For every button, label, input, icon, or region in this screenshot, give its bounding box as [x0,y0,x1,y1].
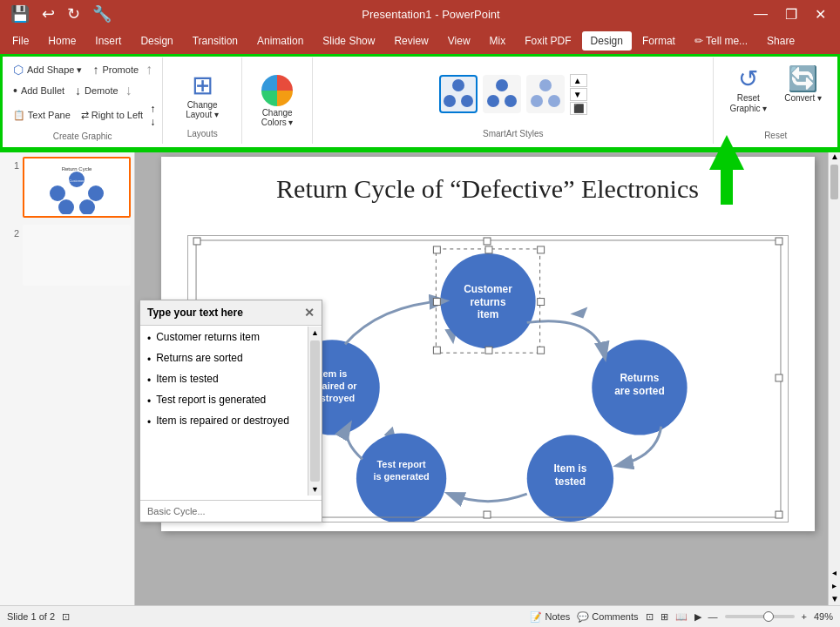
slide-number-1: 1 [3,160,19,171]
close-button[interactable]: ✕ [808,4,833,24]
normal-view-icon[interactable]: ⊡ [646,611,654,623]
menu-insert[interactable]: Insert [86,31,130,51]
bullet-icon: • [147,333,151,345]
svg-rect-50 [775,238,782,245]
bullet-icon: • [147,395,151,408]
svg-point-8 [548,95,560,107]
svg-rect-49 [484,238,491,245]
svg-text:is generated: is generated [373,471,429,482]
ribbon: ⬡ Add Shape ▾ ↑ Promote ↑ • Add Bullet ↓… [0,54,840,150]
svg-point-15 [50,185,65,201]
right-to-left-button[interactable]: ⇄ Right to Left [78,108,146,123]
svg-point-4 [487,95,499,107]
convert-button[interactable]: 🔄 Convert ▾ [779,61,827,118]
bullet-icon: • [147,354,151,366]
menu-animation[interactable]: Animation [248,31,312,51]
menu-slideshow[interactable]: Slide Show [314,31,383,51]
add-bullet-button[interactable]: • Add Bullet [10,82,68,99]
slide-thumb-2[interactable]: 2 [3,225,131,286]
svg-text:Customer: Customer [464,283,512,295]
menu-file[interactable]: File [3,31,37,51]
scroll-up[interactable]: ▲ [308,327,322,339]
slide-show-icon[interactable]: ▶ [694,611,701,623]
text-pane-scrollbar[interactable]: ▲ ▼ [308,327,322,496]
menu-foxitpdf[interactable]: Foxit PDF [516,31,579,51]
svg-point-2 [461,95,473,107]
text-pane-title: Type your text here [147,307,243,319]
menu-tellme[interactable]: ✏ Tell me... [686,31,756,51]
svg-marker-16 [570,307,587,319]
menu-format[interactable]: Format [633,31,684,51]
scroll-up-arrow[interactable]: ▲ [829,150,840,163]
svg-text:Return Cycle: Return Cycle [62,166,92,172]
svg-rect-51 [775,374,782,381]
fit-screen-icon[interactable]: ⊡ [62,611,70,623]
item-text: Customer returns item [156,331,260,343]
svg-point-6 [539,79,552,91]
window-title: Presentation1 - PowerPoint [115,8,747,21]
main-area: Type your text here ✕ • Customer returns… [0,150,840,605]
svg-text:Item is: Item is [553,462,586,475]
smartart-style-3[interactable] [526,75,565,113]
menu-mix[interactable]: Mix [481,31,515,51]
reading-view-icon[interactable]: 📖 [675,611,688,623]
smartart-style-1[interactable] [439,75,478,113]
text-pane-button[interactable]: 📋 Text Pane [10,108,74,123]
svg-text:are sorted: are sorted [614,385,665,397]
customize-icon[interactable]: 🔧 [89,3,115,25]
zoom-out-button[interactable]: — [708,611,718,622]
undo-icon[interactable]: ↩ [38,3,58,25]
redo-icon[interactable]: ↻ [64,3,84,25]
menu-view[interactable]: View [439,31,479,51]
vertical-scrollbar[interactable]: ▲ ◂ ▸ ▼ [828,150,840,605]
change-layout-button[interactable]: ⊞ ChangeLayout ▾ [172,66,233,123]
menu-review[interactable]: Review [385,31,437,51]
slide-thumb-1[interactable]: 1 Return Cycle Customer [3,157,131,218]
zoom-thumb[interactable] [763,611,774,622]
menu-design-active[interactable]: Design [582,31,632,51]
svg-point-5 [505,95,517,107]
svg-rect-53 [484,511,491,518]
add-shape-button[interactable]: ⬡ Add Shape ▾ [10,61,86,78]
slide-sorter-icon[interactable]: ⊞ [660,611,668,623]
svg-rect-45 [485,347,492,354]
slide-preview-2[interactable] [23,225,131,286]
reset-graphic-button[interactable]: ↺ ResetGraphic ▾ [724,61,772,118]
demote-button[interactable]: ↓ Demote [71,82,122,99]
svg-text:returns: returns [470,296,505,308]
zoom-slider[interactable] [725,615,795,618]
slides-panel: 1 Return Cycle Customer 2 [0,150,135,605]
scroll-down[interactable]: ▼ [308,483,322,496]
smartart-style-2[interactable] [483,75,521,113]
scroll-more-btn[interactable]: ◂ [829,566,840,579]
menu-share[interactable]: Share [758,31,803,51]
save-icon[interactable]: 💾 [7,3,33,25]
svg-point-13 [79,199,95,214]
scroll-more-btn2[interactable]: ▸ [829,579,840,592]
slide-preview-1[interactable]: Return Cycle Customer [23,157,131,218]
title-bar-left: 💾 ↩ ↻ 🔧 [7,3,115,25]
change-colors-button[interactable]: ChangeColors ▾ [251,71,303,131]
bullet-icon: • [147,374,151,387]
svg-rect-46 [537,347,544,354]
notes-button[interactable]: 📝 Notes [530,611,570,623]
minimize-button[interactable]: — [747,4,775,24]
promote-button[interactable]: ↑ Promote [90,61,143,78]
layouts-group: ⊞ ChangeLayout ▾ Layouts [163,57,242,144]
text-pane-close-button[interactable]: ✕ [304,306,315,320]
zoom-in-button[interactable]: + [802,611,807,622]
scroll-down-arrow[interactable]: ▼ [829,592,840,605]
status-right: 📝 Notes 💬 Comments ⊡ ⊞ 📖 ▶ — + 49% [530,611,833,623]
menu-design[interactable]: Design [132,31,181,51]
scroll-thumb[interactable] [310,340,320,482]
svg-text:Returns: Returns [620,372,659,384]
menu-home[interactable]: Home [39,31,85,51]
scroll-thumb[interactable] [830,165,838,199]
create-graphic-group: ⬡ Add Shape ▾ ↑ Promote ↑ • Add Bullet ↓… [3,57,163,144]
slide-number-2: 2 [3,228,19,239]
text-pane: Type your text here ✕ • Customer returns… [139,300,322,522]
menu-transition[interactable]: Transition [184,31,247,51]
restore-button[interactable]: ❐ [778,4,804,24]
comments-button[interactable]: 💬 Comments [577,611,638,623]
svg-point-12 [88,185,104,201]
